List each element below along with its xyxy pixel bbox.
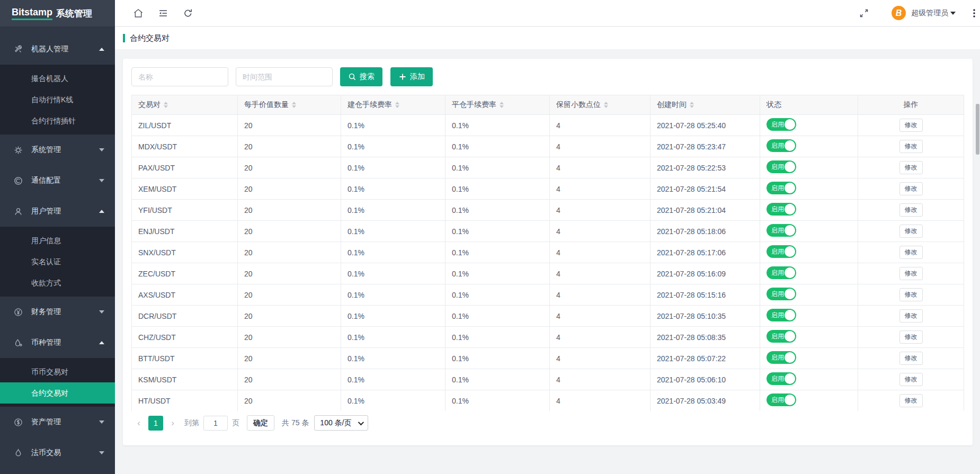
decimals-cell: 4	[556, 333, 560, 342]
edit-button[interactable]: 修改	[899, 267, 923, 280]
status-toggle[interactable]: 启用	[767, 203, 796, 216]
column-header-5[interactable]: 创建时间	[651, 95, 760, 115]
goto-label: 到第	[184, 418, 199, 428]
page-size-select[interactable]: 100 条/页	[314, 415, 368, 431]
edit-button[interactable]: 修改	[899, 288, 923, 301]
status-toggle[interactable]: 启用	[767, 393, 796, 406]
collapse-menu-icon[interactable]	[158, 8, 168, 19]
sidebar-item-label: 机器人管理	[31, 44, 99, 54]
edit-button[interactable]: 修改	[899, 182, 923, 195]
table-row: CHZ/USDT 20 0.1% 0.1% 4 2021-07-28 05:08…	[132, 327, 964, 348]
table-row: PAX/USDT 20 0.1% 0.1% 4 2021-07-28 05:22…	[132, 157, 964, 178]
edit-button[interactable]: 修改	[899, 119, 923, 132]
status-toggle[interactable]: 启用	[767, 330, 796, 343]
window-scrollbar-thumb[interactable]	[976, 104, 979, 155]
status-toggle[interactable]: 启用	[767, 309, 796, 321]
column-header-4[interactable]: 保留小数点位	[550, 95, 651, 115]
sidebar-subitem-5-1[interactable]: 合约交易对	[0, 382, 115, 404]
open-fee-cell: 0.1%	[348, 354, 364, 363]
add-button[interactable]: 添加	[390, 67, 433, 86]
next-page-button[interactable]: ›	[165, 416, 180, 431]
sidebar-subitem-0-0[interactable]: 撮合机器人	[0, 68, 115, 89]
prev-page-button[interactable]: ‹	[131, 416, 146, 431]
edit-button[interactable]: 修改	[899, 309, 923, 323]
decimals-cell: 4	[556, 248, 560, 257]
column-header-1[interactable]: 每手价值数量	[238, 95, 341, 115]
status-toggle[interactable]: 启用	[767, 182, 796, 194]
column-header-0[interactable]: 交易对	[132, 95, 238, 115]
close-fee-cell: 0.1%	[452, 354, 469, 363]
edit-button[interactable]: 修改	[899, 161, 923, 174]
sidebar-subitem-0-2[interactable]: 合约行情插针	[0, 110, 115, 131]
status-toggle[interactable]: 启用	[767, 245, 796, 258]
refresh-icon[interactable]	[183, 8, 193, 19]
more-icon[interactable]	[969, 8, 979, 19]
name-input[interactable]	[131, 67, 228, 86]
pair-cell: AXS/USDT	[138, 291, 175, 299]
page-number-button[interactable]: 1	[148, 416, 163, 431]
edit-button[interactable]: 修改	[899, 330, 923, 344]
status-toggle[interactable]: 启用	[767, 160, 796, 173]
lot-value-cell: 20	[244, 354, 253, 363]
toggle-knob	[785, 183, 795, 193]
column-label: 保留小数点位	[556, 100, 601, 110]
goto-unit-label: 页	[232, 418, 239, 428]
column-header-3[interactable]: 平仓手续费率	[446, 95, 550, 115]
sidebar-item-5[interactable]: 币种管理	[0, 327, 115, 358]
status-toggle[interactable]: 启用	[767, 266, 796, 279]
status-toggle[interactable]: 启用	[767, 224, 796, 237]
sidebar-item-2[interactable]: 通信配置	[0, 165, 115, 196]
edit-button[interactable]: 修改	[899, 203, 923, 217]
status-toggle[interactable]: 启用	[767, 118, 796, 131]
sidebar-subitem-3-0[interactable]: 用户信息	[0, 230, 115, 251]
status-toggle[interactable]: 启用	[767, 139, 796, 152]
sort-icon	[690, 102, 694, 108]
pair-cell: BTT/USDT	[138, 354, 174, 363]
status-toggle-label: 启用	[771, 393, 784, 406]
column-header-2[interactable]: 建仓手续费率	[341, 95, 446, 115]
lot-value-cell: 20	[244, 142, 253, 151]
edit-button[interactable]: 修改	[899, 140, 923, 153]
status-toggle[interactable]: 启用	[767, 372, 796, 385]
edit-button[interactable]: 修改	[899, 394, 923, 407]
status-toggle[interactable]: 启用	[767, 351, 796, 364]
pagination: ‹ 1 › 到第 页 确定 共 75 条 100 条/页	[131, 415, 964, 431]
edit-button[interactable]: 修改	[899, 246, 923, 259]
status-toggle-label: 启用	[771, 139, 784, 152]
chevron-icon	[99, 451, 104, 454]
toggle-knob	[785, 310, 795, 320]
sidebar-item-6[interactable]: 资产管理	[0, 407, 115, 437]
time-range-input[interactable]	[236, 67, 333, 86]
home-icon[interactable]	[133, 8, 144, 19]
sidebar-item-0[interactable]: 机器人管理	[0, 34, 115, 65]
search-button[interactable]: 搜索	[340, 67, 382, 86]
status-toggle-label: 启用	[771, 372, 784, 385]
sidebar-item-1[interactable]: 系统管理	[0, 135, 115, 165]
sidebar-subitem-0-1[interactable]: 自动行情K线	[0, 89, 115, 110]
sidebar-item-label: 财务管理	[31, 307, 99, 317]
created-cell: 2021-07-28 05:06:10	[657, 375, 726, 384]
table-row: DCR/USDT 20 0.1% 0.1% 4 2021-07-28 05:10…	[132, 306, 964, 327]
confirm-button[interactable]: 确定	[247, 415, 274, 431]
sidebar-subitem-3-1[interactable]: 实名认证	[0, 251, 115, 272]
sidebar-menu: 机器人管理 撮合机器人 自动行情K线 合约行情插针 系统管理 通信配置 用户管理…	[0, 26, 115, 468]
sidebar-item-4[interactable]: 财务管理	[0, 297, 115, 327]
fullscreen-icon[interactable]	[859, 8, 869, 19]
brand-suffix: 系统管理	[56, 7, 92, 20]
sidebar-item-7[interactable]: 法币交易	[0, 437, 115, 468]
edit-button[interactable]: 修改	[899, 352, 923, 365]
open-fee-cell: 0.1%	[348, 375, 364, 384]
edit-button[interactable]: 修改	[899, 373, 923, 386]
user-menu[interactable]: 超级管理员	[911, 8, 956, 18]
edit-button[interactable]: 修改	[899, 225, 923, 238]
status-toggle-label: 启用	[771, 203, 784, 216]
sidebar-subitem-5-0[interactable]: 币币交易对	[0, 361, 115, 382]
sidebar-item-3[interactable]: 用户管理	[0, 196, 115, 227]
sidebar-subitem-3-2[interactable]: 收款方式	[0, 272, 115, 293]
close-fee-cell: 0.1%	[452, 121, 469, 130]
goto-page-input[interactable]	[203, 416, 228, 431]
app-logo: Bitstamp 系统管理	[0, 0, 115, 26]
column-label: 建仓手续费率	[348, 100, 392, 110]
status-toggle[interactable]: 启用	[767, 288, 796, 300]
open-fee-cell: 0.1%	[348, 185, 364, 193]
